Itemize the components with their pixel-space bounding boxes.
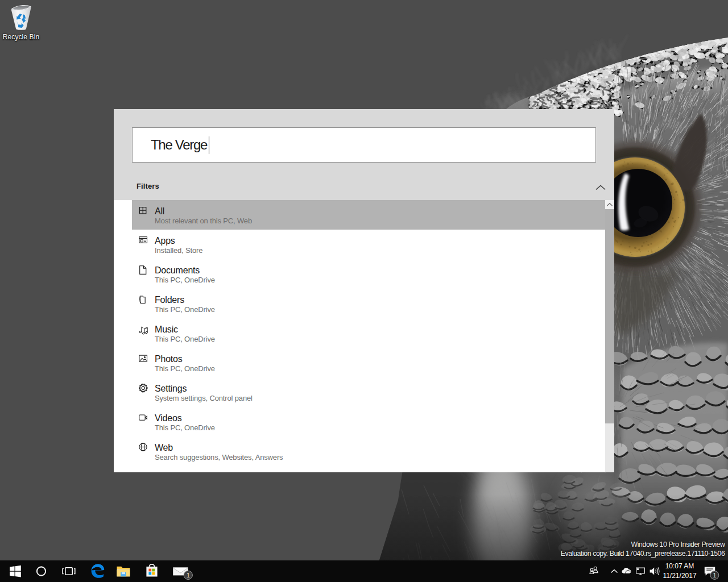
svg-text:1: 1: [187, 572, 190, 579]
svg-text:1: 1: [713, 572, 716, 579]
